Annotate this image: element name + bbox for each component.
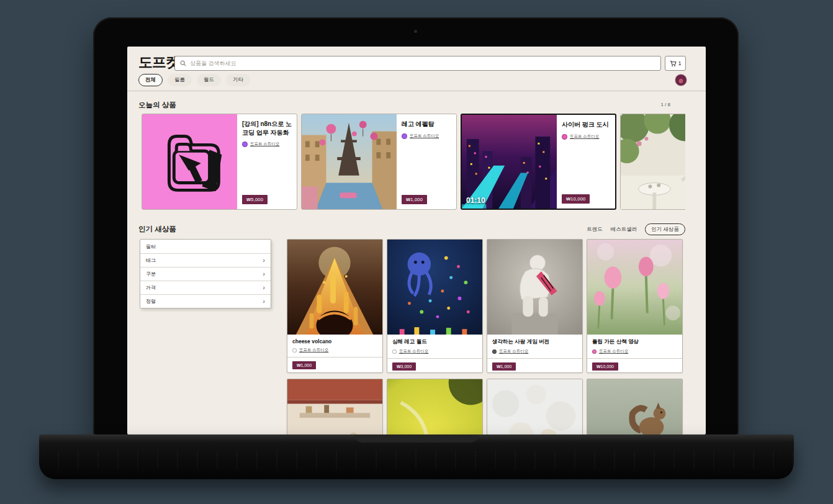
featured-card-n8n[interactable]: [강의] n8n으로 노코딩 업무 자동화 도프트 스튜디오 ₩5,000: [142, 114, 297, 210]
featured-card-eiffel[interactable]: 레고 에펠탑 도프트 스튜디오 ₩1,000: [301, 114, 457, 210]
price-badge: ₩10,000: [562, 194, 590, 204]
product-title: 레고 에펠탑: [402, 120, 451, 128]
featured-card-partial[interactable]: [620, 114, 685, 210]
cart-count: 1: [678, 60, 682, 66]
tab-trend[interactable]: 트렌드: [587, 226, 603, 233]
product-title: 생각하는 사람 게임 버전: [492, 338, 577, 346]
product-title: 튤립 가든 산책 영상: [592, 338, 677, 346]
app-logo: 도프켓: [138, 53, 179, 72]
chevron-right-icon: ›: [263, 271, 265, 277]
product-grid-row-1: cheese volcano 도프트 스튜디오 ₩1,000: [287, 239, 683, 373]
seller-row[interactable]: 도프트 스튜디오: [592, 349, 677, 354]
seller-name[interactable]: 도프트 스튜디오: [499, 349, 528, 354]
video-duration: 01:10: [466, 196, 485, 205]
grid-card-tulip-garden[interactable]: 튤립 가든 산책 영상 도프트 스튜디오 ₩10,000: [587, 239, 683, 373]
filter-item-sort[interactable]: 정렬 ›: [140, 294, 271, 308]
grid-card-partial-4[interactable]: [587, 379, 683, 434]
seller-name[interactable]: 도프트 스튜디오: [299, 348, 328, 353]
card-divider: [487, 358, 582, 359]
featured-card-info: 사이버 펑크 도시 도프트 스튜디오 ₩10,000: [557, 115, 615, 209]
laptop-bezel: 도프켓 1 전체 필름 월드 기타 오늘의 상품 1 / 8: [93, 17, 739, 436]
grid-card-info: 튤립 가든 산책 영상 도프트 스튜디오 ₩10,000: [587, 335, 682, 371]
seller-name[interactable]: 도프트 스튜디오: [399, 349, 428, 354]
product-grid-row-2: [287, 379, 683, 434]
card-divider: [587, 358, 682, 359]
yellow-ball-macro-image: [387, 379, 482, 434]
pill-film[interactable]: 필름: [168, 74, 192, 86]
seller-dot: [292, 348, 297, 353]
pill-world[interactable]: 월드: [197, 74, 221, 86]
folder-cursor-image: [142, 114, 237, 209]
laptop-base: [39, 434, 794, 479]
seller-row[interactable]: 도프트 스튜디오: [392, 349, 477, 354]
seller-dot: [562, 134, 567, 140]
filter-item-price[interactable]: 가격 ›: [140, 281, 271, 294]
popular-section-title: 인기 새상품: [138, 225, 176, 234]
price-badge: ₩1,000: [492, 362, 516, 371]
grid-card-partial-3[interactable]: [487, 379, 583, 434]
grid-card-deep-sea-lego[interactable]: 심해 레고 월드 도프트 스튜디오 ₩3,000: [387, 239, 483, 373]
seller-name[interactable]: 도프트 스튜디오: [250, 142, 279, 147]
price-badge: ₩10,000: [592, 362, 618, 371]
seller-dot: [242, 142, 248, 147]
popular-tabs: 트렌드 베스트셀러 인기 새상품: [587, 223, 685, 235]
seller-dot: [402, 133, 407, 139]
chevron-right-icon: ›: [263, 257, 265, 264]
product-title: cheese volcano: [292, 338, 377, 344]
tulip-garden-image: [587, 240, 682, 335]
header-divider: [127, 91, 706, 91]
product-title: 사이버 펑크 도시: [562, 120, 610, 129]
seller-row[interactable]: 도프트 스튜디오: [562, 134, 610, 140]
tab-bestseller[interactable]: 베스트셀러: [611, 226, 637, 233]
search-icon: [180, 60, 186, 66]
app-screen: 도프켓 1 전체 필름 월드 기타 오늘의 상품 1 / 8: [127, 47, 706, 434]
price-badge: ₩1,000: [292, 361, 316, 369]
filter-item-tag[interactable]: 태그 ›: [140, 253, 271, 267]
grid-card-cheese-volcano[interactable]: cheese volcano 도프트 스튜디오 ₩1,000: [287, 239, 383, 373]
webcam-dot: [414, 30, 417, 33]
featured-card-info: [강의] n8n으로 노코딩 업무 자동화 도프트 스튜디오 ₩5,000: [237, 114, 297, 209]
garden-terrace-image: [621, 114, 685, 209]
seller-name[interactable]: 도프트 스튜디오: [410, 133, 439, 139]
seller-row[interactable]: 도프트 스튜디오: [292, 348, 377, 353]
interior-room-image: [287, 379, 382, 434]
grid-card-partial-1[interactable]: [287, 379, 383, 434]
chevron-right-icon: ›: [263, 284, 265, 291]
user-avatar[interactable]: [675, 74, 687, 86]
seller-dot: [492, 349, 497, 354]
tab-popular-new[interactable]: 인기 새상품: [645, 223, 685, 235]
featured-card-cyberpunk[interactable]: 01:10 사이버 펑크 도시 도프트 스튜디오 ₩10,000: [461, 114, 616, 210]
white-bokeh-image: [487, 379, 582, 434]
grid-card-thinker[interactable]: 생각하는 사람 게임 버전 도프트 스튜디오 ₩1,000: [487, 239, 583, 373]
cart-icon: [670, 60, 677, 67]
featured-carousel: [강의] n8n으로 노코딩 업무 자동화 도프트 스튜디오 ₩5,000: [142, 114, 685, 211]
search-bar[interactable]: [174, 56, 661, 71]
grid-card-info: 심해 레고 월드 도프트 스튜디오 ₩3,000: [387, 335, 482, 371]
seller-dot: [392, 349, 397, 354]
eiffel-tower-image: [302, 114, 397, 209]
pill-etc[interactable]: 기타: [226, 74, 250, 86]
seller-row[interactable]: 도프트 스튜디오: [492, 349, 577, 354]
price-badge: ₩3,000: [392, 362, 416, 371]
filter-item-type[interactable]: 구분 ›: [140, 267, 271, 281]
pill-all[interactable]: 전체: [138, 74, 163, 86]
seller-row[interactable]: 도프트 스튜디오: [402, 133, 451, 139]
card-divider: [387, 358, 482, 359]
seller-name[interactable]: 도프트 스튜디오: [599, 349, 628, 354]
category-pills: 전체 필름 월드 기타: [138, 74, 250, 86]
filter-header: 필터: [140, 240, 271, 253]
seller-name[interactable]: 도프트 스튜디오: [570, 134, 599, 140]
product-title: 심해 레고 월드: [392, 338, 477, 346]
price-badge: ₩5,000: [242, 195, 268, 204]
featured-card-info: 레고 에펠탑 도프트 스튜디오 ₩1,000: [397, 114, 456, 209]
grid-card-partial-2[interactable]: [387, 379, 483, 434]
product-title: [강의] n8n으로 노코딩 업무 자동화: [242, 120, 292, 137]
laptop-lid-notch: [354, 434, 479, 443]
carousel-pagination: 1 / 8: [660, 102, 670, 107]
seller-row[interactable]: 도프트 스튜디오: [242, 142, 292, 147]
search-input[interactable]: [190, 60, 655, 66]
chevron-right-icon: ›: [263, 298, 265, 305]
cart-button[interactable]: 1: [665, 56, 686, 71]
today-section-title: 오늘의 상품: [138, 101, 176, 110]
price-badge: ₩1,000: [402, 195, 427, 204]
